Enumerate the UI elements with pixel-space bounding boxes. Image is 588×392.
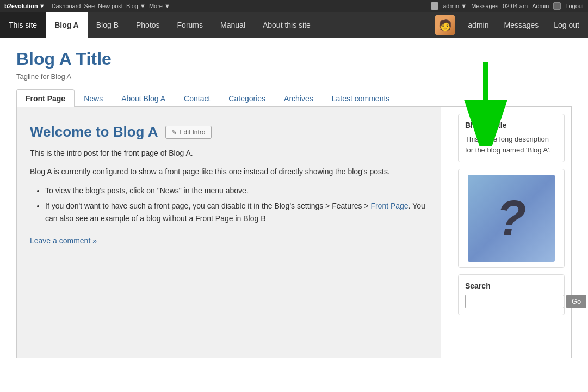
admin-label-link[interactable]: Admin — [532, 3, 549, 9]
welcome-heading-row: Welcome to Blog A ✎ Edit Intro — [30, 124, 428, 140]
avatar-image: 🧑 — [435, 15, 455, 35]
bullet-item-2: If you don't want to have such a front p… — [45, 200, 428, 226]
nav-logout[interactable]: Log out — [545, 12, 588, 38]
brand-arrow-icon: ▼ — [39, 3, 45, 9]
blog-card-desc: This is the long description for the blo… — [465, 134, 558, 155]
front-page-link[interactable]: Front Page — [370, 201, 408, 210]
nav-messages[interactable]: Messages — [497, 12, 545, 38]
tab-categories[interactable]: Categories — [219, 89, 275, 107]
blog-card-title: Blog A Title — [465, 121, 558, 130]
dashboard-link[interactable]: Dashboard — [52, 3, 81, 9]
nav-avatar: 🧑 — [435, 15, 455, 35]
search-card: Search Go — [458, 274, 565, 315]
nav-photos[interactable]: Photos — [127, 12, 169, 38]
admin-avatar-icon — [431, 2, 438, 10]
intro-paragraph-1: This is the intro post for the front pag… — [30, 147, 428, 159]
blog-link[interactable]: Blog ▼ — [126, 3, 146, 9]
nav-forums[interactable]: Forums — [169, 12, 212, 38]
nav-manual[interactable]: Manual — [212, 12, 254, 38]
search-card-title: Search — [465, 281, 558, 290]
search-row: Go — [465, 295, 558, 308]
welcome-heading-text: Welcome to Blog A — [30, 124, 158, 140]
admin-icon — [553, 2, 561, 10]
more-arrow-icon: ▼ — [164, 3, 170, 9]
tab-bar: Front Page News About Blog A Contact Cat… — [16, 89, 572, 107]
tab-latest-comments[interactable]: Latest comments — [323, 89, 399, 107]
tab-contact[interactable]: Contact — [175, 89, 219, 107]
admin-time: 02:04 am — [503, 3, 528, 9]
search-go-button[interactable]: Go — [566, 295, 586, 308]
bullet-2-pre: If you don't want to have such a front p… — [45, 201, 370, 210]
content-area: Welcome to Blog A ✎ Edit Intro This is t… — [16, 107, 572, 358]
page-content: Blog A Title Tagline for Blog A Front Pa… — [0, 38, 588, 369]
brand-label: b2evolution — [4, 3, 38, 9]
more-link-label: More — [149, 3, 163, 9]
bullet-item-1: To view the blog's posts, click on "News… — [45, 185, 428, 198]
nav-admin-user[interactable]: admin — [459, 12, 497, 38]
tab-about-blog-a[interactable]: About Blog A — [112, 89, 175, 107]
admin-username: admin — [443, 3, 459, 9]
blog-link-label: Blog — [126, 3, 138, 9]
more-link[interactable]: More ▼ — [149, 3, 170, 9]
tab-front-page[interactable]: Front Page — [16, 89, 75, 107]
tab-archives[interactable]: Archives — [275, 89, 323, 107]
admin-user-link[interactable]: admin ▼ — [443, 3, 467, 9]
nav-blog-b[interactable]: Blog B — [88, 12, 127, 38]
edit-intro-button[interactable]: ✎ Edit Intro — [165, 126, 211, 139]
edit-icon: ✎ — [171, 128, 177, 136]
nav-this-site[interactable]: This site — [0, 12, 46, 38]
nav-right: 🧑 admin Messages Log out — [431, 12, 588, 38]
question-mark-image: ? — [468, 175, 555, 262]
messages-admin-link[interactable]: Messages — [471, 3, 498, 9]
intro-paragraph-2: Blog A is currently configured to show a… — [30, 166, 428, 177]
sidebar: Blog A Title This is the long descriptio… — [451, 107, 571, 358]
leave-comment-link[interactable]: Leave a comment » — [30, 236, 428, 245]
image-card: ? — [458, 169, 565, 268]
see-link[interactable]: See — [84, 3, 95, 9]
nav-blog-a[interactable]: Blog A — [46, 12, 88, 38]
logout-link[interactable]: Logout — [565, 3, 584, 9]
blog-tagline: Tagline for Blog A — [16, 72, 572, 81]
main-content: Welcome to Blog A ✎ Edit Intro This is t… — [17, 107, 441, 358]
admin-bar-brand[interactable]: b2evolution ▼ — [4, 3, 45, 9]
admin-bar-right: admin ▼ Messages 02:04 am Admin Logout — [431, 2, 584, 10]
new-post-link[interactable]: New post — [98, 3, 123, 9]
nav-about-site[interactable]: About this site — [254, 12, 319, 38]
admin-arrow-icon: ▼ — [461, 3, 467, 9]
blog-arrow-icon: ▼ — [140, 3, 146, 9]
blog-info-card: Blog A Title This is the long descriptio… — [458, 114, 565, 162]
tab-news[interactable]: News — [75, 89, 112, 107]
bullet-list: To view the blog's posts, click on "News… — [45, 185, 428, 225]
edit-intro-label: Edit Intro — [179, 128, 205, 136]
search-input[interactable] — [465, 295, 564, 308]
question-mark-icon: ? — [497, 194, 527, 243]
main-nav: This site Blog A Blog B Photos Forums Ma… — [0, 12, 588, 38]
blog-title: Blog A Title — [16, 49, 572, 69]
